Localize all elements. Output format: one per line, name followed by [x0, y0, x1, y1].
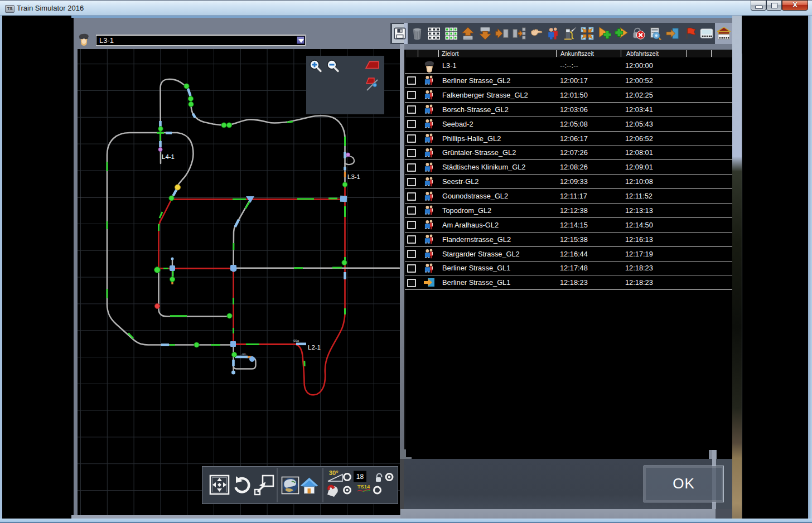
svg-text:·nil·: ·nil· [241, 352, 246, 356]
svg-text:L4-1: L4-1 [162, 153, 175, 160]
svg-text:L2-1: L2-1 [308, 344, 321, 351]
svg-text:TS14: TS14 [357, 483, 370, 490]
svg-text:18: 18 [356, 473, 364, 481]
svg-text:···00a: ···00a [290, 339, 299, 342]
svg-text:30°: 30° [329, 469, 339, 476]
svg-text:L3-1: L3-1 [347, 173, 360, 180]
